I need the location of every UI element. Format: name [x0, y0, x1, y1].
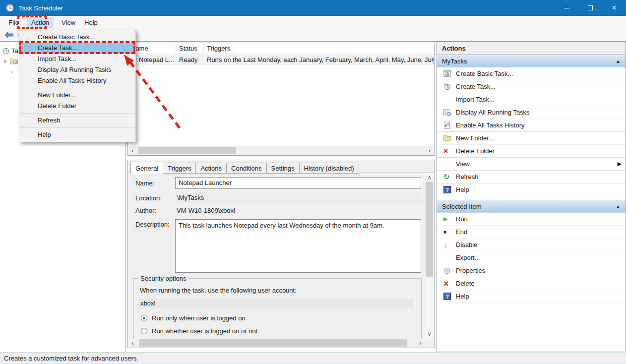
properties-vertical-scrollbar[interactable]: ∧ ∨: [425, 173, 434, 338]
security-options-legend: Security options: [138, 275, 188, 282]
action-run[interactable]: ▶ Run: [437, 213, 626, 226]
close-button[interactable]: ×: [602, 0, 626, 16]
close-icon: ×: [612, 4, 616, 12]
menu-item-refresh[interactable]: Refresh: [19, 115, 135, 126]
action-properties[interactable]: Properties: [437, 264, 626, 277]
maximize-icon: [588, 5, 593, 10]
name-label: Name:: [135, 180, 154, 187]
folder-clock-icon: [10, 58, 18, 64]
column-header-status[interactable]: Status: [176, 43, 204, 54]
task-list-panel: Name Status Triggers Notepad L... Ready …: [127, 43, 435, 156]
menu-separator: [20, 113, 134, 114]
action-delete-folder[interactable]: × Delete Folder: [437, 145, 626, 158]
clock-icon: [2, 48, 9, 55]
actions-group-mytasks-header[interactable]: MyTasks ▲: [437, 55, 626, 67]
tab-general[interactable]: General: [130, 162, 163, 174]
location-label: Location:: [135, 194, 162, 202]
maximize-button[interactable]: [578, 0, 602, 16]
menu-item-new-folder[interactable]: New Folder...: [19, 90, 135, 101]
author-label: Author:: [135, 207, 156, 214]
action-refresh[interactable]: ↻ Refresh: [437, 171, 626, 183]
delete-x-icon: ×: [443, 147, 456, 155]
radio-selected-icon[interactable]: [141, 315, 147, 321]
menu-view[interactable]: View: [57, 17, 80, 28]
scroll-left-icon[interactable]: ‹: [128, 339, 137, 347]
create-task-icon: [443, 83, 456, 90]
task-name-field[interactable]: Notepad Launcher: [175, 177, 421, 189]
scroll-down-icon[interactable]: ∨: [425, 330, 434, 338]
chevron-collapsed-icon[interactable]: ›: [9, 69, 14, 75]
scrollbar-thumb[interactable]: [139, 339, 407, 347]
title-bar: Task Scheduler ×: [0, 0, 626, 16]
tab-settings[interactable]: Settings: [266, 163, 300, 174]
status-text: Creates a customized task for advanced u…: [4, 355, 138, 362]
action-create-basic-task[interactable]: Create Basic Task...: [437, 67, 626, 80]
column-header-triggers[interactable]: Triggers: [204, 43, 434, 54]
scrollbar-thumb[interactable]: [426, 182, 433, 277]
tab-conditions[interactable]: Conditions: [226, 163, 266, 174]
help-icon: ?: [443, 186, 456, 193]
account-prompt: When running the task, use the following…: [140, 287, 297, 294]
security-options-group: Security options When running the task, …: [133, 278, 422, 339]
menu-item-enable-all-tasks-history[interactable]: Enable All Tasks History: [19, 75, 135, 86]
app-clock-icon: [5, 3, 14, 12]
collapse-up-icon[interactable]: ▲: [616, 204, 621, 209]
scroll-right-icon[interactable]: ›: [416, 339, 425, 347]
annotation-box-action-menu: [17, 16, 47, 29]
action-help[interactable]: ? Help: [437, 183, 626, 196]
action-enable-all-tasks-history[interactable]: Enable All Tasks History: [437, 119, 626, 132]
action-view[interactable]: View ▶: [437, 158, 626, 171]
menu-separator: [20, 88, 134, 88]
menu-item-help[interactable]: Help: [19, 129, 135, 140]
menu-item-import-task[interactable]: Import Task...: [19, 54, 135, 64]
scrollbar-thumb[interactable]: [138, 147, 236, 154]
actions-pane-title: Actions: [437, 42, 626, 55]
properties-horizontal-scrollbar[interactable]: ‹ ›: [128, 339, 425, 347]
menu-separator: [20, 127, 134, 128]
back-arrow-icon[interactable]: [4, 32, 13, 38]
action-export[interactable]: Export...: [437, 251, 626, 264]
action-import-task[interactable]: Import Task...: [437, 93, 626, 106]
menu-help[interactable]: Help: [80, 17, 102, 28]
account-value: xboxl: [138, 299, 414, 308]
scroll-up-icon[interactable]: ∧: [425, 173, 434, 182]
minimize-icon: [564, 8, 569, 8]
tab-strip: General Triggers Actions Conditions Sett…: [130, 162, 359, 174]
action-delete[interactable]: × Delete: [437, 277, 626, 290]
help-icon: ?: [443, 293, 456, 300]
task-list-horizontal-scrollbar[interactable]: ‹ ›: [128, 146, 434, 155]
actions-pane: Actions MyTasks ▲ Create Basic Task... C…: [437, 42, 626, 352]
action-display-all-running-tasks[interactable]: Display All Running Tasks: [437, 106, 626, 119]
task-triggers-cell: Runs on the Last Monday, each January, F…: [204, 56, 434, 63]
tree-item-label: Ta: [11, 47, 18, 55]
chevron-expanded-icon[interactable]: ∨: [2, 58, 8, 64]
minimize-button[interactable]: [555, 0, 578, 16]
tab-history[interactable]: History (disabled): [299, 163, 359, 174]
task-list-header: Name Status Triggers: [128, 43, 434, 54]
radio-run-only-logged-on[interactable]: Run only when user is logged on: [141, 314, 246, 322]
task-row-notepad-launcher[interactable]: Notepad L... Ready Runs on the Last Mond…: [128, 54, 434, 65]
task-description-field[interactable]: This task launches Notepad every last We…: [175, 219, 421, 273]
radio-unselected-icon[interactable]: [141, 328, 147, 334]
actions-group-selected-item-header[interactable]: Selected Item ▲: [437, 200, 626, 213]
action-create-task[interactable]: Create Task...: [437, 80, 626, 93]
status-bar: Creates a customized task for advanced u…: [0, 352, 626, 364]
create-basic-task-icon: [443, 70, 456, 77]
scroll-left-icon[interactable]: ‹: [128, 146, 137, 155]
action-end[interactable]: ■ End: [437, 226, 626, 239]
description-label: Description:: [135, 221, 170, 228]
action-disable[interactable]: ↓ Disable: [437, 239, 626, 251]
collapse-up-icon[interactable]: ▲: [616, 59, 621, 64]
menu-item-display-all-running-tasks[interactable]: Display All Running Tasks: [19, 64, 135, 75]
scroll-right-icon[interactable]: ›: [425, 146, 434, 155]
general-tab-content: Name: Notepad Launcher Location: \MyTask…: [128, 173, 425, 339]
tab-triggers[interactable]: Triggers: [163, 163, 196, 174]
radio-run-logged-on-or-not[interactable]: Run whether user is logged on or not: [141, 327, 257, 335]
action-help-selected[interactable]: ? Help: [437, 290, 626, 303]
statusbar-divider: [583, 354, 583, 363]
action-new-folder[interactable]: New Folder...: [437, 132, 626, 145]
tab-actions[interactable]: Actions: [195, 163, 227, 174]
new-folder-icon: [443, 135, 456, 141]
end-icon: ■: [443, 229, 456, 235]
menu-item-delete-folder[interactable]: Delete Folder: [19, 101, 135, 112]
